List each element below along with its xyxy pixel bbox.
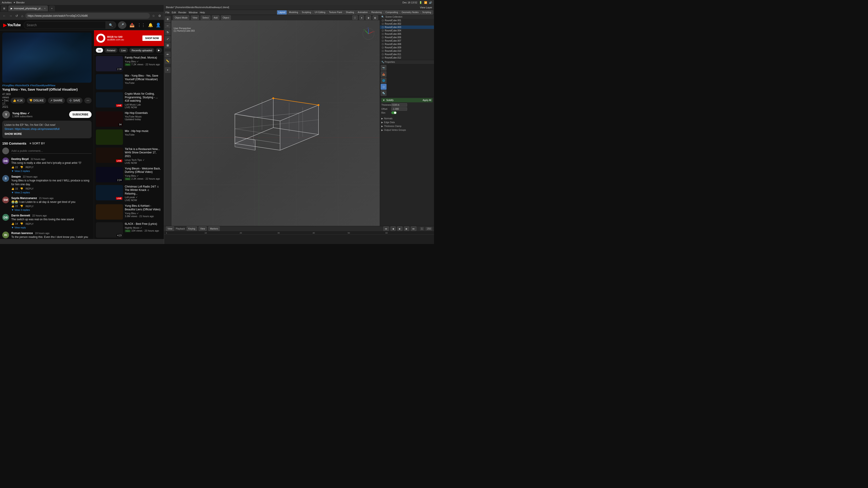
forward-button[interactable]: → xyxy=(8,13,13,18)
outliner-item[interactable]: ⬡RoundCube.003 xyxy=(380,26,434,29)
measure-tool[interactable]: 📏 xyxy=(165,58,170,64)
save-button[interactable]: ➕ SAVE xyxy=(67,98,83,103)
jump-end-btn[interactable]: ⏭ xyxy=(411,226,416,231)
annotate-tool[interactable]: ✏ xyxy=(165,52,170,57)
timeline-track-area[interactable] xyxy=(164,235,434,244)
modeling-tab[interactable]: Modeling xyxy=(287,10,300,15)
rim-toggle[interactable] xyxy=(391,111,397,114)
dislike-comment-btn[interactable]: 👎 xyxy=(20,187,23,190)
shading-tab[interactable]: Shading xyxy=(344,10,356,15)
keying-btn[interactable]: Keying xyxy=(187,226,197,231)
view-replies-link[interactable]: ▼ View 2 replies xyxy=(11,170,92,172)
modifier-props-tab[interactable]: 🔩 xyxy=(381,90,386,96)
like-button[interactable]: 👍 4.1K xyxy=(11,98,25,103)
recommended-item[interactable]: 4:23 6LACK - Best Free (Lyrics) Nightly … xyxy=(94,221,164,239)
sort-button[interactable]: ≡ SORT BY xyxy=(30,142,45,145)
dislike-comment-btn[interactable]: 👎 xyxy=(20,166,23,169)
timeline-view-btn[interactable]: View xyxy=(166,226,174,231)
apps-icon[interactable]: ⋮⋮ xyxy=(137,23,145,28)
back-button[interactable]: ← xyxy=(2,13,7,18)
search-input[interactable] xyxy=(24,21,106,29)
recommended-item[interactable]: 2:38 Family Feud (feat. Monica) Yung Ble… xyxy=(94,55,164,73)
description-box[interactable]: Listen to the EP 'No, I'm Not Ok': Out n… xyxy=(2,121,92,138)
add-menu[interactable]: Add xyxy=(212,15,219,20)
object-menu[interactable]: Object xyxy=(221,15,231,20)
tab-close-button[interactable]: ✕ xyxy=(44,7,46,10)
active-tab[interactable]: ▶ moovpad_physiology_pl... ✕ xyxy=(8,5,48,11)
scale-tool[interactable]: ⤢ xyxy=(165,36,170,42)
recommended-item[interactable]: 94 Hip Hop Essentials YouTube Music Upda… xyxy=(94,110,164,128)
rendering-tab[interactable]: Rendering xyxy=(370,10,383,15)
video-player[interactable] xyxy=(2,33,92,83)
bookmark-button[interactable]: ☆ xyxy=(151,13,156,18)
transform-tool[interactable]: ⊞ xyxy=(165,42,170,48)
view-replies-link[interactable]: ▼ View reply xyxy=(11,226,92,229)
filter-tab-live[interactable]: Live xyxy=(119,48,128,53)
view-layer-button[interactable]: View Layer xyxy=(420,6,432,9)
upload-icon[interactable]: 📤 xyxy=(129,23,134,28)
blender-taskbar-item[interactable]: ✦ Blender xyxy=(13,1,25,4)
like-comment-btn[interactable]: 👍 15 xyxy=(11,187,18,190)
more-actions-button[interactable]: ⋯ xyxy=(84,98,92,103)
recommended-item[interactable]: Yung Bleu & Kehlani - Beautiful Liers (O… xyxy=(94,203,164,221)
like-comment-btn[interactable]: 👍 22 xyxy=(11,166,18,169)
ad-cta-button[interactable]: SHOP NOW xyxy=(143,35,162,41)
subscribe-button[interactable]: SUBSCRIBE xyxy=(69,111,92,118)
outliner-item[interactable]: ⬡RoundCube.009 xyxy=(380,46,434,49)
filter-tab-▶[interactable]: ▶ xyxy=(156,48,162,53)
axis-widget[interactable]: X Y Z xyxy=(362,27,375,41)
timeline-body[interactable]: 1 10 20 30 40 50 60 xyxy=(164,231,434,244)
thickness-input[interactable] xyxy=(391,103,407,107)
prev-frame-btn[interactable]: ◀ xyxy=(391,226,396,231)
select-menu[interactable]: Select xyxy=(201,15,210,20)
blender-file-menu[interactable]: File xyxy=(165,11,169,14)
vertex-groups-toggle[interactable]: ▶ Output Vertex Groups xyxy=(381,128,433,132)
viewport-shading-material[interactable]: ◑ xyxy=(366,15,371,20)
extensions-button[interactable]: ⚙ xyxy=(157,13,162,18)
outliner-item[interactable]: ⬡RoundCube.008 xyxy=(380,42,434,46)
view-btn[interactable]: View xyxy=(199,226,207,231)
recommended-item[interactable]: LIVE Crypto Music for Coding, Programmin… xyxy=(94,91,164,110)
offset-input[interactable] xyxy=(391,107,407,111)
filter-tab-related[interactable]: Related xyxy=(104,48,118,53)
outliner-item[interactable]: ⬡RoundCube.002 xyxy=(380,22,434,26)
reload-button[interactable]: ↺ xyxy=(14,13,19,18)
viewport-mode-button[interactable]: Object Mode xyxy=(173,15,189,20)
new-tab-button[interactable]: + xyxy=(49,5,55,11)
render-props-tab[interactable]: 📷 xyxy=(381,65,386,71)
like-comment-btn[interactable]: 👍 22 xyxy=(11,205,18,207)
outliner-item[interactable]: ⬡RoundCube.011 xyxy=(380,53,434,56)
sculpting-tab[interactable]: Sculpting xyxy=(300,10,313,15)
geometry-nodes-tab[interactable]: Geometry Nodes xyxy=(400,10,421,15)
object-props-tab[interactable]: ⬡ xyxy=(381,84,386,90)
texture-paint-tab[interactable]: Texture Paint xyxy=(327,10,344,15)
outliner-item[interactable]: ⬡RoundCube.004 xyxy=(380,29,434,32)
viewport-shading-render[interactable]: ◐ xyxy=(373,15,378,20)
layout-tab[interactable]: Layout xyxy=(277,10,287,15)
recommended-item[interactable]: LIVE Christmas Lofi Radio 24/7 ♫ The Win… xyxy=(94,184,164,203)
output-props-tab[interactable]: 📤 xyxy=(381,71,386,77)
viewport-shading-wireframe[interactable]: ⬡ xyxy=(352,15,358,20)
reply-btn[interactable]: REPLY xyxy=(26,223,33,225)
add-tool[interactable]: + xyxy=(165,67,170,73)
comment-input[interactable] xyxy=(11,148,92,154)
recommended-item[interactable]: Mix - Hip hop music YouTube xyxy=(94,128,164,146)
activities-label[interactable]: Activities xyxy=(2,1,11,4)
youtube-logo[interactable]: ▶ YouTube xyxy=(3,22,21,28)
outliner-item[interactable]: ⬡RoundCube.007 xyxy=(380,39,434,42)
description-link[interactable]: Stream: https://music.shop.uk/sp/nowworl… xyxy=(4,127,89,131)
compositing-tab[interactable]: Compositing xyxy=(384,10,400,15)
normals-toggle[interactable]: ▶ Normals xyxy=(381,117,433,121)
view-replies-link[interactable]: ▼ View 2 replies xyxy=(11,191,92,194)
dislike-comment-btn[interactable]: 👎 xyxy=(20,205,23,207)
blender-window-menu[interactable]: Window xyxy=(189,11,197,14)
reply-btn[interactable]: REPLY xyxy=(26,205,33,207)
jump-start-btn[interactable]: ⏮ xyxy=(383,226,389,231)
rotate-tool[interactable]: ↻ xyxy=(165,29,170,35)
share-button[interactable]: ↗ SHARE xyxy=(48,98,65,103)
blender-help-menu[interactable]: Help xyxy=(200,11,205,14)
channel-avatar[interactable]: Y xyxy=(2,111,10,119)
reply-btn[interactable]: REPLY xyxy=(26,166,33,168)
recommended-item[interactable]: LIVE TikTok is a Restaurant Now... WAN S… xyxy=(94,146,164,166)
edge-data-toggle[interactable]: ▶ Edge Data xyxy=(381,121,433,124)
